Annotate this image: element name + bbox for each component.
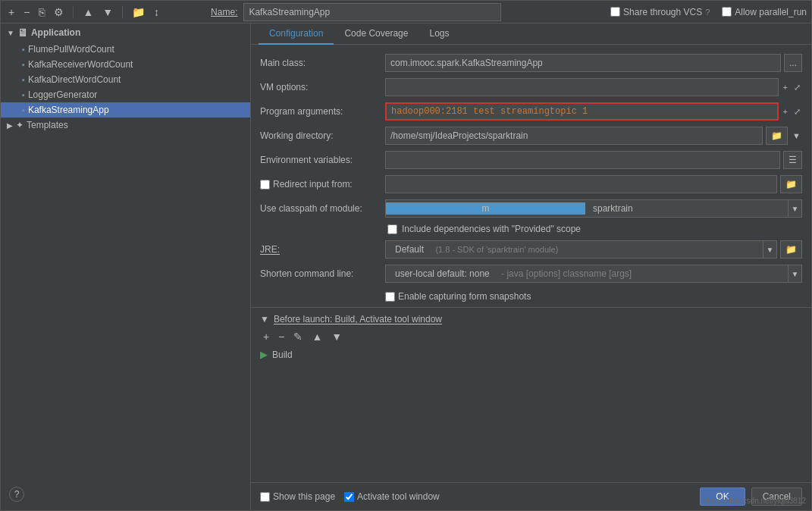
before-launch-expand[interactable]: ▼ <box>260 314 269 324</box>
toolbar-divider-2 <box>122 6 123 18</box>
tab-code-coverage[interactable]: Code Coverage <box>334 24 419 45</box>
file-icon-logger: ▪ <box>22 90 25 99</box>
enable-snapshots-label: Enable capturing form snapshots <box>398 291 531 302</box>
bl-remove-btn[interactable]: − <box>275 329 287 344</box>
show-page-checkbox[interactable] <box>260 492 270 502</box>
tab-configuration[interactable]: Configuration <box>259 24 334 45</box>
before-launch-label: Before launch: Build, Activate tool wind… <box>274 314 442 324</box>
tab-logs[interactable]: Logs <box>419 24 459 45</box>
cancel-button[interactable]: Cancel <box>751 487 802 506</box>
build-icon: ▶ <box>260 349 268 360</box>
working-dir-expand-btn[interactable]: ▼ <box>791 131 802 140</box>
bl-add-btn[interactable]: + <box>260 329 272 344</box>
allow-parallel-checkbox[interactable] <box>722 7 732 17</box>
name-input[interactable] <box>243 3 501 21</box>
show-page-text: Show this page <box>273 491 335 502</box>
build-item-label: Build <box>272 350 293 360</box>
config-tabs: Configuration Code Coverage Logs <box>251 24 811 45</box>
redirect-label: Redirect input from: <box>273 179 353 190</box>
before-launch-header: ▼ Before launch: Build, Activate tool wi… <box>251 311 811 328</box>
move-up-button[interactable]: ▲ <box>80 5 96 20</box>
vm-options-fullscreen-btn[interactable]: ⤢ <box>792 83 802 92</box>
share-vcs-help-icon[interactable]: ? <box>705 8 710 17</box>
main-class-browse-btn[interactable]: ... <box>784 54 802 72</box>
redirect-checkbox[interactable] <box>260 180 270 190</box>
working-dir-row: Working directory: 📁 ▼ <box>251 124 811 148</box>
vm-options-expand-btn[interactable]: + <box>782 83 789 92</box>
vm-options-row: VM options: + ⤢ <box>251 75 811 99</box>
shorten-cmd-value: user-local default: none - java [options… <box>386 268 788 279</box>
file-icon-kafka-direct: ▪ <box>22 75 25 84</box>
config-content: Main class: ... VM options: + ⤢ <box>251 45 811 482</box>
tree-item-kafka-streaming-label: KafkaStreamingApp <box>28 105 109 115</box>
tree-item-kafka-receiver[interactable]: ▪ KafkaReceiverWordCount <box>1 57 250 72</box>
vm-options-label: VM options: <box>260 82 385 92</box>
jre-value: Default (1.8 - SDK of 'sparktrain' modul… <box>386 244 763 255</box>
redirect-browse-btn[interactable]: 📁 <box>780 175 802 193</box>
classpath-dropdown-arrow[interactable]: ▼ <box>788 200 801 217</box>
bl-edit-btn[interactable]: ✎ <box>290 329 306 344</box>
tree-item-flume[interactable]: ▪ FlumePullWordCount <box>1 42 250 57</box>
tree-item-logger[interactable]: ▪ LoggerGenerator <box>1 87 250 102</box>
jre-dropdown-arrow[interactable]: ▼ <box>763 241 776 258</box>
jre-combo[interactable]: Default (1.8 - SDK of 'sparktrain' modul… <box>385 240 777 259</box>
classpath-row: Use classpath of module: m sparktrain ▼ <box>251 196 811 221</box>
copy-button[interactable]: ⎘ <box>36 5 48 20</box>
tree-item-kafka-streaming[interactable]: ▪ KafkaStreamingApp <box>1 102 250 118</box>
remove-button[interactable]: − <box>20 5 33 20</box>
enable-snapshots-checkbox[interactable] <box>385 292 395 302</box>
redirect-row: Redirect input from: 📁 <box>251 172 811 196</box>
jre-sdk-note: (1.8 - SDK of 'sparktrain' module) <box>431 245 563 254</box>
settings-button[interactable]: ⚙ <box>51 5 67 20</box>
include-deps-checkbox[interactable] <box>387 224 397 234</box>
before-launch-actions: + − ✎ ▲ ▼ <box>251 328 811 346</box>
main-class-input[interactable] <box>385 54 781 72</box>
share-vcs-checkbox[interactable] <box>610 7 620 17</box>
tree-item-flume-label: FlumePullWordCount <box>28 44 114 55</box>
templates-header[interactable]: ▶ ✦ Templates <box>1 118 250 133</box>
toolbar-divider <box>73 6 74 18</box>
tree-item-logger-label: LoggerGenerator <box>28 89 97 100</box>
tree-header: ▼ 🖥 Application <box>1 24 250 42</box>
program-args-fullscreen-btn[interactable]: ⤢ <box>792 107 802 117</box>
add-button[interactable]: + <box>5 5 17 20</box>
jre-folder-btn[interactable]: 📁 <box>780 240 802 259</box>
include-deps-row: Include dependencies with "Provided" sco… <box>251 221 811 237</box>
working-dir-folder-btn[interactable]: 📁 <box>766 127 788 145</box>
redirect-label-container: Redirect input from: <box>260 179 385 190</box>
program-args-expand-btn[interactable]: + <box>782 107 789 116</box>
help-button[interactable]: ? <box>9 487 24 502</box>
env-vars-row: Environment variables: ☰ <box>251 148 811 172</box>
templates-expand-icon: ▶ <box>7 121 13 130</box>
tree-item-kafka-receiver-label: KafkaReceiverWordCount <box>28 59 133 70</box>
working-dir-input[interactable] <box>385 127 763 145</box>
shorten-cmd-combo[interactable]: user-local default: none - java [options… <box>385 265 802 283</box>
folder-button[interactable]: 📁 <box>129 5 148 20</box>
classpath-value: sparktrain <box>588 203 788 214</box>
program-args-row: Program arguments: + ⤢ <box>251 99 811 124</box>
file-icon-kafka-streaming: ▪ <box>22 105 25 114</box>
activate-tool-checkbox[interactable] <box>344 492 354 502</box>
before-launch-section: ▼ Before launch: Build, Activate tool wi… <box>251 307 811 366</box>
env-vars-input[interactable] <box>385 151 780 169</box>
shorten-cmd-arrow[interactable]: ▼ <box>788 265 801 282</box>
redirect-input[interactable] <box>385 175 777 193</box>
vm-options-input[interactable] <box>385 78 779 96</box>
working-dir-label: Working directory: <box>260 130 385 141</box>
program-args-input[interactable] <box>385 102 779 121</box>
activate-tool-text: Activate tool window <box>357 491 440 502</box>
env-vars-browse-btn[interactable]: ☰ <box>783 151 802 169</box>
activate-tool-label: Activate tool window <box>344 491 440 502</box>
classpath-combo[interactable]: m sparktrain ▼ <box>385 199 802 218</box>
bl-up-btn[interactable]: ▲ <box>309 329 325 344</box>
tree-item-kafka-direct[interactable]: ▪ KafkaDirectWordCount <box>1 72 250 87</box>
app-expand-icon[interactable]: ▼ <box>7 29 14 37</box>
file-icon-kafka-receiver: ▪ <box>22 60 25 69</box>
move-down-button[interactable]: ▼ <box>99 5 116 20</box>
classpath-label: Use classpath of module: <box>260 203 385 214</box>
bl-down-btn[interactable]: ▼ <box>328 329 345 344</box>
share-vcs-checkbox-label: Share through VCS ? <box>610 7 710 17</box>
ok-button[interactable]: OK <box>700 487 745 506</box>
sort-button[interactable]: ↕ <box>151 5 162 20</box>
bottom-bar: Show this page Activate tool window OK C… <box>251 482 811 510</box>
